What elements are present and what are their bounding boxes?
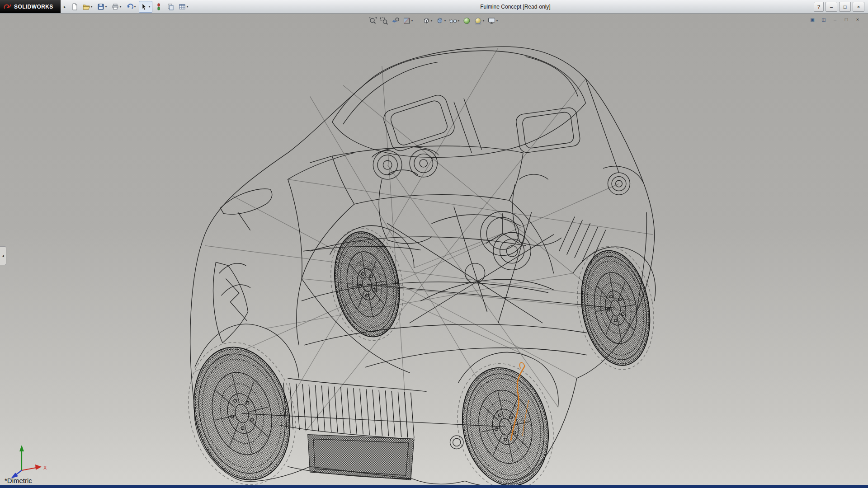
maximize-button[interactable]: □	[839, 2, 851, 12]
orientation-triad: X	[8, 441, 52, 479]
featuremanager-collapsed-tab[interactable]: ◂	[0, 246, 6, 265]
design-table-button[interactable]: ▾	[177, 1, 190, 13]
save-dropdown-arrow[interactable]: ▾	[105, 5, 107, 9]
edit-appearance-ball-icon	[463, 17, 471, 25]
title-bar: SOLIDWORKS ▸ ▾ ▾	[0, 0, 868, 14]
close-button[interactable]: ×	[853, 2, 864, 12]
copy-settings-icon	[167, 3, 174, 10]
display-style-dropdown-arrow[interactable]: ▾	[444, 19, 446, 23]
open-button[interactable]: ▾	[81, 1, 94, 13]
document-window-controls: ▣ ◫ – □ ×	[808, 16, 862, 23]
hide-show-dropdown-arrow[interactable]: ▾	[458, 19, 460, 23]
standard-toolbar: ▾ ▾ ▾ ▾	[69, 1, 190, 13]
open-folder-icon	[83, 3, 90, 10]
selection-filter-icon	[155, 3, 162, 10]
hide-show-items-button[interactable]: ▾	[448, 15, 461, 26]
triad-x-label: X	[43, 465, 47, 470]
wheels-and-detail-lines	[174, 48, 663, 485]
undo-icon	[126, 3, 133, 10]
new-document-icon	[71, 3, 78, 10]
view-settings-dropdown-arrow[interactable]: ▾	[496, 19, 498, 23]
print-button[interactable]: ▾	[110, 1, 123, 13]
zoom-to-fit-button[interactable]	[368, 15, 378, 26]
undo-button[interactable]: ▾	[124, 1, 138, 13]
select-cursor-icon	[141, 3, 148, 10]
print-icon	[112, 3, 119, 10]
doc-restore-button[interactable]: □	[842, 16, 850, 23]
new-document-button[interactable]	[69, 1, 80, 13]
view-orientation-dropdown-arrow[interactable]: ▾	[431, 19, 433, 23]
selection-filter-button[interactable]	[153, 1, 164, 13]
minimize-button[interactable]: –	[826, 2, 837, 12]
help-button[interactable]: ?	[814, 2, 824, 12]
solidworks-window: SOLIDWORKS ▸ ▾ ▾	[0, 0, 868, 488]
display-style-button[interactable]: ▾	[435, 15, 447, 26]
undo-dropdown-arrow[interactable]: ▾	[134, 5, 136, 9]
heads-up-view-toolbar: ▾ ▾ ▾ ▾	[368, 15, 499, 26]
apply-scene-dropdown-arrow[interactable]: ▾	[483, 19, 485, 23]
view-settings-button[interactable]: ▾	[487, 15, 499, 26]
copy-settings-button[interactable]	[165, 1, 176, 13]
section-view-icon	[403, 17, 411, 25]
zoom-to-area-button[interactable]	[379, 15, 389, 26]
design-table-dropdown-arrow[interactable]: ▾	[187, 5, 189, 9]
save-icon	[97, 3, 104, 10]
brand-text: SOLIDWORKS	[14, 4, 53, 10]
window-controls: ? – □ ×	[814, 2, 868, 12]
3ds-logo-icon	[3, 3, 12, 10]
doc-close-button[interactable]: ×	[854, 16, 862, 23]
triad-y-axis	[19, 445, 24, 451]
select-button[interactable]: ▾	[139, 1, 152, 13]
zoom-to-fit-icon	[369, 17, 377, 25]
view-settings-icon	[488, 17, 496, 25]
view-orientation-cube-icon	[422, 17, 430, 25]
view-orientation-button[interactable]: ▾	[421, 15, 434, 26]
view-orientation-label: *Dimetric	[5, 477, 32, 484]
print-dropdown-arrow[interactable]: ▾	[120, 5, 122, 9]
doc-split-button[interactable]: ◫	[820, 16, 828, 23]
toolbar-flyout-arrow[interactable]: ▸	[64, 5, 66, 9]
previous-view-button[interactable]	[391, 15, 401, 26]
display-style-cube-icon	[436, 17, 444, 25]
section-view-button[interactable]: ▾	[402, 15, 414, 26]
zoom-to-area-icon	[380, 17, 388, 25]
save-button[interactable]: ▾	[95, 1, 109, 13]
apply-scene-button[interactable]: ▾	[473, 15, 486, 26]
solidworks-logo: SOLIDWORKS	[0, 0, 61, 13]
triad-x-axis	[35, 465, 42, 470]
design-table-icon	[179, 3, 186, 10]
section-view-dropdown-arrow[interactable]: ▾	[411, 19, 413, 23]
edit-appearance-button[interactable]	[462, 15, 472, 26]
select-dropdown-arrow[interactable]: ▾	[149, 5, 151, 9]
taskbar-edge	[0, 485, 868, 488]
graphics-viewport[interactable]: ▾ ▾ ▾ ▾	[0, 14, 868, 485]
open-dropdown-arrow[interactable]: ▾	[91, 5, 93, 9]
hide-show-items-glasses-icon	[449, 17, 458, 25]
doc-new-window-button[interactable]: ▣	[808, 16, 816, 23]
window-title: Fulmine Concept [Read-only]	[480, 0, 550, 14]
apply-scene-ball-icon	[474, 17, 482, 25]
previous-view-icon	[392, 17, 400, 25]
wireframe-model[interactable]	[0, 14, 868, 485]
doc-minimize-button[interactable]: –	[831, 16, 839, 23]
